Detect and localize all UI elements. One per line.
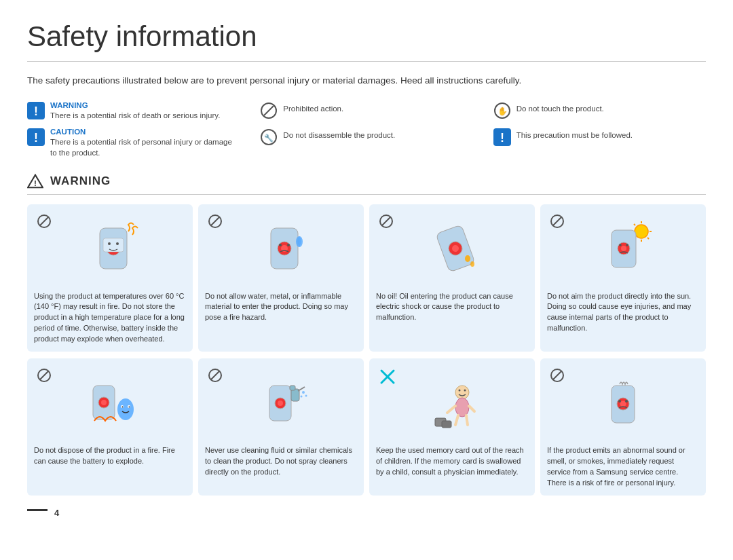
warning-section-title: WARNING (50, 174, 111, 188)
svg-text:🔧: 🔧 (264, 133, 274, 143)
svg-text:!: ! (34, 105, 38, 118)
card-high-temp-illustration (34, 211, 186, 286)
card-memory-card: Keep the used memory card out of the rea… (369, 358, 535, 496)
card-memory-card-illustration (376, 365, 528, 440)
page-indicator (27, 509, 48, 511)
card-no-sun-text: Do not aim the product directly into the… (547, 291, 699, 335)
no-disassemble-text-block: Do not disassemble the product. (283, 128, 395, 141)
card-no-cleaning-fluid: Never use cleaning fluid or similar chem… (198, 358, 364, 496)
warning-triangle-icon: ! (27, 174, 43, 189)
svg-line-52 (40, 371, 48, 379)
page-title: Safety information (27, 20, 706, 53)
svg-point-48 (621, 246, 626, 251)
prohibited-text-block: Prohibited action. (283, 101, 343, 114)
svg-point-83 (464, 390, 466, 392)
svg-rect-19 (103, 238, 124, 252)
svg-line-79 (466, 415, 468, 425)
svg-point-28 (279, 244, 282, 246)
svg-line-85 (553, 371, 561, 379)
svg-point-60 (129, 407, 130, 408)
svg-point-65 (278, 400, 283, 406)
svg-point-90 (625, 400, 628, 403)
svg-rect-67 (290, 386, 295, 390)
legend-item-warning: ! WARNING There is a potential risk of d… (27, 101, 240, 121)
card-no-oil-illustration (376, 211, 528, 286)
svg-point-29 (287, 244, 290, 246)
svg-rect-81 (442, 421, 451, 428)
no-touch-text-block: Do not touch the product. (516, 101, 604, 114)
prohibit-circle-icon (37, 368, 52, 383)
warning-icon: ! (27, 102, 45, 119)
no-cleaning-illustration (250, 372, 312, 433)
svg-point-20 (108, 242, 111, 245)
card-no-oil: No oil! Oil entering the product can cau… (369, 204, 535, 352)
svg-point-82 (459, 390, 461, 392)
svg-line-44 (634, 224, 635, 225)
card-memory-card-text: Keep the used memory card out of the rea… (376, 445, 528, 478)
abnormal-sound-illustration (593, 372, 654, 433)
must-follow-text-block: This precaution must be followed. (516, 128, 633, 141)
card-no-sun: Do not aim the product directly into the… (540, 204, 706, 352)
svg-line-68 (298, 387, 305, 391)
svg-line-45 (647, 238, 649, 239)
svg-line-78 (455, 415, 458, 425)
title-divider (27, 61, 706, 62)
card-no-fire: Do not dispose of the product in a fire.… (27, 358, 193, 496)
prohibit-circle-icon (550, 214, 565, 229)
prohibit-circle-icon (37, 214, 52, 229)
svg-point-49 (619, 244, 622, 246)
legend-item-no-touch: ✋ Do not touch the product. (493, 101, 706, 121)
card-high-temp-text: Using the product at temperatures over 6… (34, 291, 186, 346)
svg-line-31 (382, 217, 390, 225)
svg-point-69 (302, 391, 305, 394)
no-oil-illustration (421, 218, 483, 279)
prohibited-desc: Prohibited action. (283, 103, 343, 114)
legend-item-must-follow: ! This precaution must be followed. (493, 128, 706, 158)
card-no-fire-illustration (34, 365, 186, 440)
must-follow-desc: This precaution must be followed. (516, 130, 633, 141)
svg-point-36 (470, 261, 474, 267)
svg-line-23 (211, 217, 219, 225)
no-sun-illustration (593, 218, 654, 279)
caution-label: CAUTION (50, 128, 240, 136)
card-water-metal-illustration (205, 211, 357, 286)
card-no-fire-text: Do not dispose of the product in a fire.… (34, 445, 186, 467)
page-number: 4 (54, 508, 59, 518)
svg-point-39 (635, 225, 648, 238)
warning-label: WARNING (50, 101, 220, 109)
svg-point-74 (455, 386, 469, 399)
svg-point-88 (620, 401, 626, 407)
warning-section-header: ! WARNING (27, 174, 706, 195)
svg-line-38 (553, 217, 561, 225)
no-disassemble-desc: Do not disassemble the product. (283, 130, 395, 141)
caution-desc: There is a potential risk of personal in… (50, 136, 240, 158)
svg-point-35 (465, 255, 470, 262)
water-metal-illustration (250, 218, 312, 279)
card-abnormal-sound: If the product emits an abnormal sound o… (540, 358, 706, 496)
svg-point-59 (122, 407, 124, 408)
warning-text-block: WARNING There is a potential risk of dea… (50, 101, 220, 121)
card-no-cleaning-fluid-illustration (205, 365, 357, 440)
caution-icon: ! (27, 128, 45, 146)
svg-point-50 (626, 244, 628, 246)
svg-text:!: ! (500, 131, 504, 145)
no-touch-icon: ✋ (493, 102, 511, 119)
legend-item-caution: ! CAUTION There is a potential risk of p… (27, 128, 240, 158)
warning-cards-row2: Do not dispose of the product in a fire.… (27, 358, 706, 496)
memory-card-illustration (421, 372, 483, 433)
prohibit-circle-icon (550, 368, 565, 383)
svg-point-70 (305, 395, 307, 397)
legend-section: ! WARNING There is a potential risk of d… (27, 101, 706, 158)
svg-point-71 (301, 396, 303, 398)
svg-text:!: ! (34, 178, 37, 187)
no-touch-desc: Do not touch the product. (516, 103, 604, 114)
high-temp-illustration (79, 218, 140, 279)
svg-point-21 (116, 242, 119, 245)
prohibit-circle-icon (208, 214, 223, 229)
svg-point-55 (101, 400, 107, 405)
svg-line-3 (264, 106, 274, 115)
card-abnormal-sound-text: If the product emits an abnormal sound o… (547, 445, 699, 489)
prohibit-circle-icon (379, 214, 394, 229)
card-water-metal-text: Do not allow water, metal, or inflammabl… (205, 291, 357, 324)
svg-point-56 (117, 398, 134, 420)
